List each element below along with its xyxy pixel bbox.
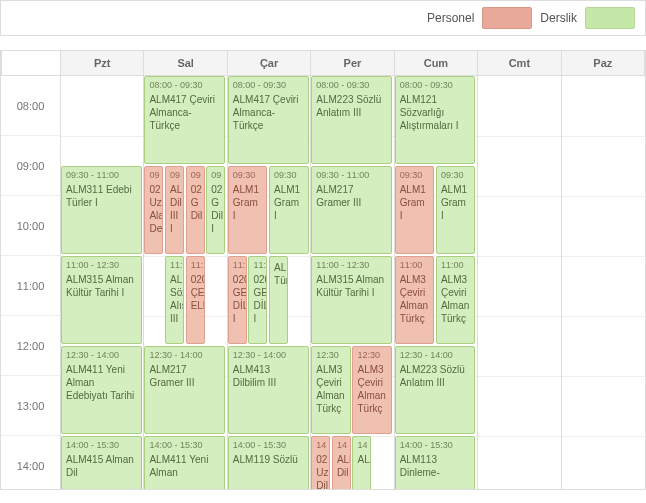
calendar-event[interactable]: 12:30 - 14:00ALM223 Sözlü Anlatım III [395,346,476,434]
calendar-event[interactable]: 11:00ALM3 Çeviri Alman Türkç [395,256,435,344]
calendar-event[interactable]: 11:020 ÇET ELE [186,256,205,344]
event-time: 09:30 [274,170,304,182]
event-time: 12:30 [357,350,387,362]
calendar-event[interactable]: 14:00 - 15:30ALM411 Yeni Alman [144,436,225,490]
calendar-event[interactable]: 11:00ALM3 Çeviri Alman Türkç [436,256,476,344]
event-title: ALM121 Sözvarlığı Alıştırmaları I [400,93,471,132]
day-col-per: 08:00 - 09:30ALM223 Sözlü Anlatım III09:… [311,76,394,490]
calendar-event[interactable]: 09:30 - 11:00ALM311 Edebi Türler I [61,166,142,254]
calendar-event[interactable]: 14:00 - 15:30ALM415 Alman Dil [61,436,142,490]
event-title: ALM1 Gram I [233,183,263,222]
event-time: 09:30 - 11:00 [66,170,137,182]
calendar-event[interactable]: 12:30 - 14:00ALM411 Yeni Alman Edebiyatı… [61,346,142,434]
calendar-event[interactable]: 12:30ALM3 Çeviri Alman Türkç [352,346,392,434]
calendar-event[interactable]: 11:020 GE DİL I [228,256,247,344]
event-title: 020 ÇET ELE [191,273,200,312]
legend-bar: Personel Derslik [0,0,646,36]
event-time: 14:00 - 15:30 [149,440,220,452]
event-time: 11: [253,260,262,272]
event-time: 14 [316,440,325,452]
time-label: 09:00 [1,136,61,196]
legend-derslik-swatch [585,7,635,29]
event-title: ALM Dil [337,453,346,479]
event-title: ALM Tür [274,261,283,287]
event-time: 12:30 - 14:00 [400,350,471,362]
calendar-event[interactable]: 14:00 - 15:30ALM119 Sözlü [228,436,309,490]
calendar-event[interactable]: 08:00 - 09:30ALM223 Sözlü Anlatım III [311,76,392,164]
event-title: ALM [357,453,366,466]
calendar-event[interactable]: 08:00 - 09:30ALM417 Çeviri Almanca-Türkç… [228,76,309,164]
event-title: ALM417 Çeviri Almanca-Türkçe [233,93,304,132]
event-title: ALM113 Dinleme- [400,453,471,479]
time-label: 08:00 [1,76,61,136]
calendar-grid: Pzt Sal Çar Per Cum Cmt Paz 08:0009:0010… [1,51,645,490]
calendar-event[interactable]: 09:30ALM1 Gram I [436,166,476,254]
calendar-event[interactable]: 09:30ALM1 Gram I [269,166,309,254]
calendar-event[interactable]: 11:ALM Söz Alış III [165,256,184,344]
header-day-cmt: Cmt [478,51,561,76]
calendar-event[interactable]: 12:30ALM3 Çeviri Alman Türkç [311,346,351,434]
event-title: ALM3 Çeviri Alman Türkç [441,273,471,325]
calendar-event[interactable]: 09:30ALM1 Gram I [395,166,435,254]
event-title: ALM1 Gram I [441,183,471,222]
calendar-event[interactable]: 14:00 - 15:30ALM113 Dinleme- [395,436,476,490]
event-time: 12:30 - 14:00 [233,350,304,362]
event-time: 12:30 [316,350,346,362]
calendar-event[interactable]: 0902 G Dil [186,166,205,254]
event-title: ALM3 Çeviri Alman Türkç [357,363,387,415]
event-time: 09:30 [441,170,471,182]
calendar-event[interactable]: 14ALM [352,436,371,490]
event-time: 11: [170,260,179,272]
event-title: ALM311 Edebi Türler I [66,183,137,209]
event-time: 14 [357,440,366,452]
event-title: ALM411 Yeni Alman Edebiyatı Tarihi [66,363,137,402]
event-time: 11:00 [400,260,430,272]
calendar-event[interactable]: 12:30 - 14:00ALM217 Gramer III [144,346,225,434]
calendar-event[interactable]: 08:00 - 09:30ALM121 Sözvarlığı Alıştırma… [395,76,476,164]
calendar-event[interactable]: 09:30ALM1 Gram I [228,166,268,254]
calendar-event[interactable]: 09:30 - 11:00ALM217 Gramer III [311,166,392,254]
event-title: ALM1 Gram I [400,183,430,222]
calendar-event[interactable]: 09ALM Dil III I [165,166,184,254]
time-column: 08:0009:0010:0011:0012:0013:0014:00 [1,76,61,490]
event-title: ALM417 Çeviri Almanca-Türkçe [149,93,220,132]
day-col-car: 08:00 - 09:30ALM417 Çeviri Almanca-Türkç… [228,76,311,490]
event-time: 08:00 - 09:30 [149,80,220,92]
calendar-event[interactable]: 0902 G Dil I [206,166,225,254]
event-title: ALM415 Alman Dil [66,453,137,479]
day-col-cmt [478,76,561,490]
calendar-event[interactable]: 1402 Uz Dil [311,436,330,490]
event-title: ALM Söz Alış III [170,273,179,325]
header-day-car: Çar [228,51,311,76]
event-time: 08:00 - 09:30 [400,80,471,92]
calendar-event[interactable]: 0902 Uz Ala De [144,166,163,254]
calendar-scroll[interactable]: Pzt Sal Çar Per Cum Cmt Paz 08:0009:0010… [0,50,646,490]
calendar-event[interactable]: 12:30 - 14:00ALM413 Dilbilim III [228,346,309,434]
legend-personel-label: Personel [427,11,474,25]
calendar-event[interactable]: 08:00 - 09:30ALM417 Çeviri Almanca-Türkç… [144,76,225,164]
event-title: ALM3 Çeviri Alman Türkç [316,363,346,415]
header-day-sal: Sal [144,51,227,76]
event-title: 020 GE DİL I [253,273,262,325]
event-time: 09:30 [233,170,263,182]
event-time: 11: [233,260,242,272]
event-title: 02 G Dil [191,183,200,222]
event-time: 12:30 - 14:00 [66,350,137,362]
event-time: 11:00 - 12:30 [66,260,137,272]
calendar-event[interactable]: 11:00 - 12:30ALM315 Alman Kültür Tarihi … [311,256,392,344]
event-title: 02 Uz Ala De [149,183,158,235]
event-title: ALM315 Alman Kültür Tarihi I [316,273,387,299]
header-day-paz: Paz [562,51,645,76]
event-time: 09:30 [400,170,430,182]
event-title: ALM217 Gramer III [316,183,387,209]
calendar-event[interactable]: 14ALM Dil [332,436,351,490]
event-time: 08:00 - 09:30 [233,80,304,92]
calendar-event[interactable]: ALM Tür [269,256,288,344]
event-time: 08:00 - 09:30 [316,80,387,92]
time-label: 11:00 [1,256,61,316]
calendar-event[interactable]: 11:00 - 12:30ALM315 Alman Kültür Tarihi … [61,256,142,344]
legend-personel-swatch [482,7,532,29]
header-blank [1,51,61,76]
calendar-event[interactable]: 11:020 GE DİL I [248,256,267,344]
time-label: 14:00 [1,436,61,490]
